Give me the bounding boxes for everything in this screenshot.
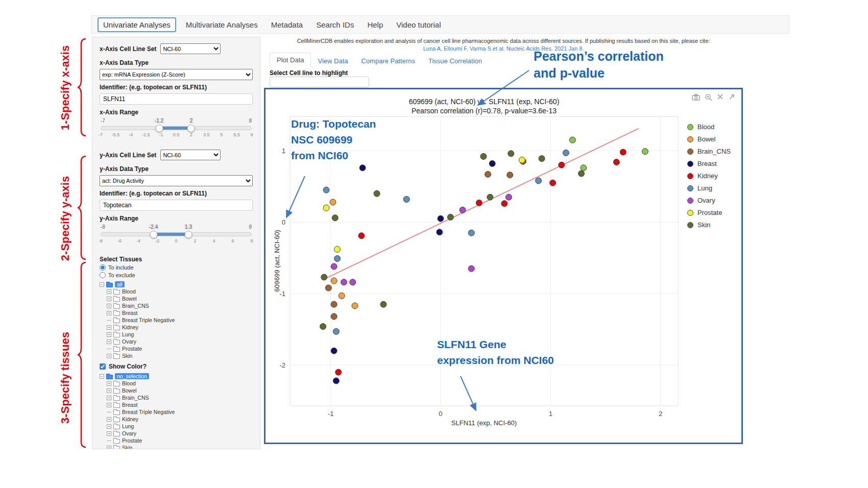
nav-item-metadata[interactable]: Metadata	[271, 20, 303, 29]
show-color-checkbox[interactable]	[100, 363, 106, 370]
show-color-checkbox-row[interactable]: Show Color?	[100, 363, 253, 370]
tree-item-prostate[interactable]: Prostate	[107, 345, 253, 352]
tree-item-prostate[interactable]: Prostate	[107, 437, 253, 444]
zoom-in-icon[interactable]	[705, 93, 712, 101]
tree-item-blood[interactable]: +Blood	[107, 288, 253, 295]
tree-item-breast[interactable]: +Breast	[107, 401, 253, 408]
data-point-blood[interactable]	[581, 165, 587, 171]
tree-item-blood[interactable]: +Blood	[107, 380, 253, 387]
data-point-prostate[interactable]	[334, 246, 341, 252]
slider-track[interactable]	[101, 126, 252, 130]
legend-item-lung[interactable]: Lung	[687, 184, 731, 192]
y-range-slider[interactable]: -88-2.41.3-8-6-4-202468	[101, 224, 252, 249]
data-point-lung[interactable]	[563, 150, 569, 156]
tree-item-breast-triple-negative[interactable]: Breast Triple Negative	[107, 316, 253, 324]
tree-item-lung[interactable]: +Lung	[107, 423, 253, 430]
slider-handle-to[interactable]	[187, 125, 195, 132]
tree-item-bowel[interactable]: +Bowel	[107, 295, 253, 302]
data-point-kidney[interactable]	[358, 233, 365, 239]
collapse-icon[interactable]: −	[100, 374, 104, 379]
tab-view-data[interactable]: View Data	[311, 54, 354, 68]
tree-item-breast-triple-negative[interactable]: Breast Triple Negative	[107, 408, 253, 416]
tree-root-all[interactable]: −all	[100, 281, 253, 288]
expand-icon[interactable]: +	[107, 403, 111, 407]
legend-item-kidney[interactable]: Kidney	[687, 172, 731, 180]
expand-icon[interactable]: +	[107, 354, 111, 358]
data-point-breast[interactable]	[438, 215, 444, 222]
tree-root-no-selection[interactable]: −no_selection	[100, 373, 253, 380]
data-point-skin[interactable]	[320, 324, 326, 330]
expand-icon[interactable]: +	[107, 424, 111, 429]
slider-track[interactable]	[101, 232, 252, 236]
data-point-lung[interactable]	[323, 187, 329, 193]
data-point-skin[interactable]	[380, 301, 387, 307]
nav-item-help[interactable]: Help	[367, 20, 383, 29]
expand-icon[interactable]: +	[107, 417, 111, 422]
data-point-brain-cns[interactable]	[331, 313, 337, 320]
collapse-icon[interactable]: −	[100, 282, 104, 287]
data-point-skin[interactable]	[374, 190, 380, 197]
data-point-brain-cns[interactable]	[485, 171, 491, 177]
tab-tissue-correlation[interactable]: Tissue Correlation	[422, 54, 489, 68]
data-point-lung[interactable]	[403, 196, 409, 202]
x-data-type-select[interactable]: exp: mRNA Expression (Z-Score)	[100, 69, 253, 80]
tree-item-kidney[interactable]: +Kidney	[107, 416, 253, 423]
tree-item-skin[interactable]: +Skin	[107, 352, 253, 359]
data-point-blood[interactable]	[642, 149, 648, 155]
data-point-skin[interactable]	[332, 215, 338, 221]
legend-item-blood[interactable]: Blood	[687, 123, 731, 131]
data-point-ovary[interactable]	[460, 207, 466, 213]
data-point-blood[interactable]	[569, 137, 575, 143]
expand-icon[interactable]: +	[107, 339, 111, 344]
nav-item-video-tutorial[interactable]: Video tutorial	[396, 20, 441, 29]
data-point-kidney[interactable]	[335, 369, 342, 375]
legend-item-skin[interactable]: Skin	[687, 221, 731, 229]
data-point-ovary[interactable]	[341, 279, 347, 285]
data-point-bowel[interactable]	[330, 199, 336, 205]
data-point-skin[interactable]	[480, 153, 487, 159]
data-point-bowel[interactable]	[339, 292, 345, 299]
data-point-kidney[interactable]	[559, 162, 565, 168]
expand-icon[interactable]: +	[107, 325, 111, 330]
slider-handle-from[interactable]	[155, 125, 163, 132]
close-icon[interactable]	[717, 93, 724, 101]
expand-icon[interactable]: +	[107, 388, 111, 393]
expand-icon[interactable]: +	[107, 304, 111, 308]
expand-icon[interactable]: +	[107, 396, 111, 400]
tree-item-lung[interactable]: +Lung	[107, 331, 253, 338]
data-point-skin[interactable]	[539, 156, 545, 162]
citation-link[interactable]: Luna A, Elloumi F, Varma S et al. Nuclei…	[266, 45, 741, 52]
data-point-skin[interactable]	[578, 170, 585, 177]
data-point-kidney[interactable]	[620, 149, 626, 155]
data-point-brain-cns[interactable]	[331, 301, 337, 307]
tree-item-ovary[interactable]: +Ovary	[107, 430, 253, 437]
legend-item-breast[interactable]: Breast	[687, 160, 731, 167]
data-point-lung[interactable]	[333, 328, 339, 334]
nav-item-multivariate-analyses[interactable]: Multivariate Analyses	[186, 20, 258, 29]
slider-handle-to[interactable]	[184, 231, 192, 238]
radio-to-exclude[interactable]: To exclude	[100, 272, 253, 278]
data-point-skin[interactable]	[321, 274, 327, 280]
slider-handle-from[interactable]	[150, 231, 157, 238]
tree-item-kidney[interactable]: +Kidney	[107, 324, 253, 331]
data-point-breast[interactable]	[437, 229, 443, 235]
data-point-ovary[interactable]	[505, 194, 512, 200]
data-point-kidney[interactable]	[613, 159, 619, 165]
radio-to-exclude-input[interactable]	[100, 272, 106, 278]
data-point-kidney[interactable]	[476, 200, 482, 206]
tree-item-ovary[interactable]: +Ovary	[107, 338, 253, 345]
data-point-kidney[interactable]	[501, 201, 508, 207]
nav-item-univariate-analyses[interactable]: Univariate Analyses	[98, 17, 176, 32]
data-point-skin[interactable]	[508, 151, 514, 157]
tree-item-skin[interactable]: +Skin	[107, 444, 253, 449]
data-point-bowel[interactable]	[331, 278, 337, 284]
y-data-type-select[interactable]: act: Drug Activity	[100, 175, 253, 186]
tree-item-bowel[interactable]: +Bowel	[107, 387, 253, 394]
x-cell-line-set-select[interactable]: NCI-60	[160, 43, 221, 54]
expand-icon[interactable]: +	[107, 311, 111, 315]
expand-icon[interactable]: +	[107, 332, 111, 337]
data-point-lung[interactable]	[468, 230, 474, 236]
data-point-ovary[interactable]	[468, 265, 474, 272]
y-identifier-input[interactable]	[100, 200, 253, 211]
tab-compare-patterns[interactable]: Compare Patterns	[355, 54, 422, 68]
